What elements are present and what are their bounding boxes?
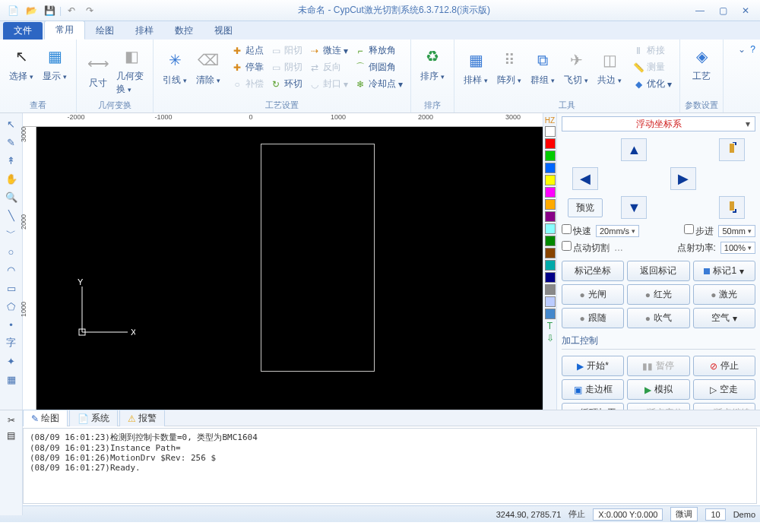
polygon-tool-icon[interactable]: ⬠ — [3, 299, 20, 314]
nest-button[interactable]: ▦排样 — [459, 43, 492, 92]
new-icon[interactable]: 📄 — [5, 3, 21, 18]
tab-cnc[interactable]: 数控 — [164, 22, 204, 40]
tool-a-icon[interactable]: ✂ — [8, 415, 15, 426]
bp-locate-button[interactable]: ⎯▶断点定位 — [627, 403, 689, 410]
pause-proc-button[interactable]: ▮▮暂停 — [627, 356, 689, 376]
geom-button[interactable]: ◧几何变换 — [115, 43, 148, 97]
measure-button[interactable]: 📏测量 — [629, 59, 675, 75]
pan-tool-icon[interactable]: ✋ — [3, 171, 20, 186]
bridge-button[interactable]: Ⅱ桥接 — [629, 43, 675, 59]
groupb-button[interactable]: ⧉群组 — [526, 43, 559, 92]
chamfer-button[interactable]: ⌒倒圆角 — [351, 59, 406, 75]
color-swatch[interactable] — [545, 272, 556, 283]
color-swatch[interactable] — [545, 199, 556, 210]
color-swatch[interactable] — [545, 150, 556, 161]
jog-up-button[interactable]: ▲ — [621, 138, 647, 161]
layer-h-icon[interactable]: HZ — [545, 116, 555, 125]
startpt-button[interactable]: ✚起点 — [228, 43, 267, 59]
step-checkbox[interactable]: 步进 — [684, 224, 714, 238]
mark1-button[interactable]: 标记1 ▾ — [693, 261, 755, 281]
slot-button[interactable]: ▭阳切 — [267, 43, 306, 59]
layer-down-icon[interactable]: ⇩ — [546, 333, 554, 344]
gate-button[interactable]: ●光闸 — [562, 284, 624, 305]
color-swatch[interactable] — [545, 296, 556, 307]
text-tool-icon[interactable]: 字 — [3, 335, 20, 350]
start-button[interactable]: ▶开始* — [562, 356, 624, 376]
jog-cut-checkbox[interactable]: 点动切割 — [562, 241, 610, 255]
color-swatch[interactable] — [545, 223, 556, 234]
laser-button[interactable]: ●激光 — [693, 284, 755, 305]
minimize-button[interactable]: — — [690, 4, 710, 17]
power-combo[interactable]: 100% — [720, 242, 755, 254]
jog-right-button[interactable]: ▶ — [670, 167, 696, 190]
pause-button[interactable]: ✚停靠 — [228, 59, 267, 75]
color-swatch[interactable] — [545, 175, 556, 185]
open-icon[interactable]: 📂 — [23, 3, 40, 18]
tab-view[interactable]: 视图 — [204, 22, 243, 40]
sort-button[interactable]: ♻排序 — [416, 43, 449, 84]
node-tool-icon[interactable]: ↟ — [3, 153, 20, 168]
jog-left-button[interactable]: ◀ — [572, 167, 598, 190]
redlight-button[interactable]: ●红光 — [627, 284, 689, 305]
comp-button[interactable]: ○补偿 — [228, 76, 267, 92]
rect-tool-icon[interactable]: ▭ — [3, 280, 20, 296]
color-swatch[interactable] — [545, 260, 556, 271]
fast-speed-combo[interactable]: 20mm/s — [596, 225, 639, 237]
color-swatch[interactable] — [545, 163, 556, 173]
collapse-ribbon-icon[interactable]: ⌄ — [738, 44, 746, 55]
dry-button[interactable]: ▷空走 — [693, 379, 755, 400]
redo-icon[interactable]: ↷ — [81, 3, 98, 18]
btab-draw[interactable]: ✎绘图 — [23, 410, 68, 426]
micro-button[interactable]: ⇢微连 ▾ — [306, 43, 351, 59]
color-swatch[interactable] — [545, 187, 556, 198]
tab-arrange[interactable]: 排样 — [125, 22, 164, 40]
tab-file[interactable]: 文件 — [3, 22, 43, 40]
maximize-button[interactable]: ▢ — [713, 4, 733, 17]
slot2-button[interactable]: ▭阴切 — [267, 59, 306, 75]
z-down-button[interactable] — [719, 196, 745, 219]
btab-system[interactable]: 📄系统 — [69, 410, 118, 426]
step-combo[interactable]: 50mm — [718, 225, 755, 237]
loop-button[interactable]: ⟳循环加工 — [562, 403, 624, 410]
micro-value[interactable]: 10 — [705, 508, 725, 521]
seal-button[interactable]: ◡封口 ▾ — [306, 76, 351, 92]
color-swatch[interactable] — [545, 248, 556, 258]
more-tool-icon[interactable]: ▦ — [3, 372, 20, 387]
log-panel[interactable]: (08/09 16:01:23)检测到控制卡数量=0, 类型为BMC1604 (… — [23, 428, 757, 504]
lead-button[interactable]: ✳引线 — [158, 43, 192, 92]
color-swatch[interactable] — [545, 309, 556, 319]
select-button[interactable]: ↖选择 — [5, 43, 38, 84]
btab-alarm[interactable]: ⚠报警 — [119, 410, 165, 426]
micro-button[interactable]: 微调 — [670, 507, 698, 521]
ring-button[interactable]: ↻环切 — [267, 76, 306, 92]
undo-icon[interactable]: ↶ — [63, 3, 80, 18]
sim-button[interactable]: ▶模拟 — [627, 379, 689, 400]
layer-t-icon[interactable]: T — [547, 321, 553, 331]
line-tool-icon[interactable]: ╲ — [3, 207, 20, 223]
follow-button[interactable]: ●跟随 — [562, 308, 624, 328]
bp-cont-button[interactable]: ▶⎯断点继续 — [693, 403, 755, 410]
fast-checkbox[interactable]: 快速 — [562, 224, 591, 238]
rev-button[interactable]: ⇄反向 — [306, 59, 351, 75]
stop-button[interactable]: ⊘停止 — [693, 356, 755, 376]
cool-button[interactable]: ❄冷却点 ▾ — [351, 76, 406, 92]
optimize-button[interactable]: ◆优化 ▾ — [629, 76, 675, 92]
display-button[interactable]: ▦显示 — [38, 43, 71, 84]
tab-draw[interactable]: 绘图 — [85, 22, 125, 40]
edit-tool-icon[interactable]: ✎ — [3, 135, 20, 150]
color-swatch[interactable] — [545, 236, 556, 246]
gas-button[interactable]: 空气 ▾ — [693, 308, 755, 328]
circle-tool-icon[interactable]: ○ — [3, 244, 20, 259]
tab-common[interactable]: 常用 — [44, 21, 85, 40]
coord-system-dropdown[interactable]: 浮动坐标系 — [562, 116, 755, 131]
back-mark-button[interactable]: 返回标记 — [627, 261, 689, 281]
close-button[interactable]: ✕ — [736, 4, 755, 17]
star-tool-icon[interactable]: ✦ — [3, 353, 20, 369]
save-icon[interactable]: 💾 — [41, 3, 58, 18]
blow-button[interactable]: ●吹气 — [627, 308, 689, 328]
point-tool-icon[interactable]: • — [3, 317, 20, 332]
craft-button[interactable]: ◈工艺 — [685, 43, 718, 84]
preview-button[interactable]: 预览 — [568, 198, 603, 217]
color-swatch[interactable] — [545, 126, 556, 137]
array-button[interactable]: ⠿阵列 — [492, 43, 526, 92]
